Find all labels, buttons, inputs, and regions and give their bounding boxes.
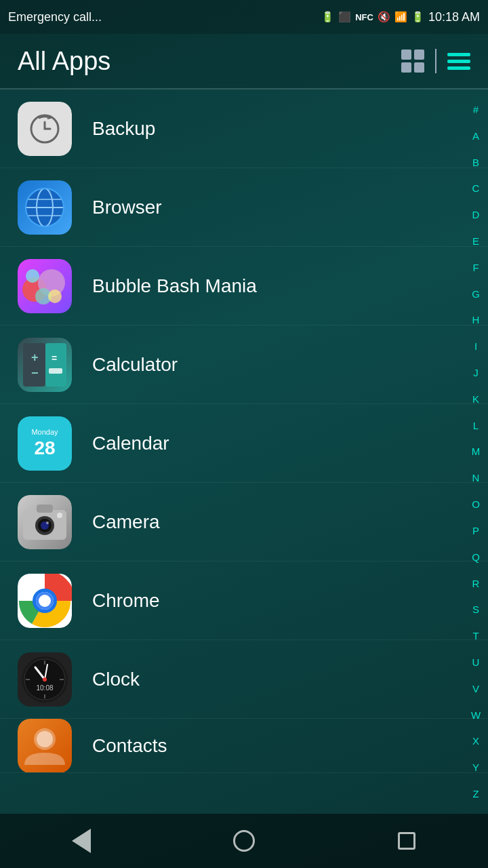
svg-point-29 (39, 595, 51, 607)
app-name-chrome: Chrome (92, 590, 160, 612)
emergency-call-text: Emergency call... (8, 10, 102, 24)
svg-point-38 (43, 677, 47, 682)
recents-button[interactable] (386, 821, 427, 861)
list-view-button[interactable] (447, 53, 470, 70)
list-item[interactable]: Monday 28 Calendar (0, 404, 488, 483)
alpha-z[interactable]: Z (472, 789, 479, 799)
page-title: All Apps (18, 47, 110, 76)
alpha-w[interactable]: W (471, 710, 481, 720)
list-item[interactable]: 10:08 Clock (0, 640, 488, 719)
clock-display: 10:18 AM (428, 10, 480, 24)
screenshot-icon: ⬛ (338, 11, 351, 23)
alpha-u[interactable]: U (472, 657, 480, 667)
list-item[interactable]: Backup (0, 90, 488, 168)
alpha-c[interactable]: C (472, 183, 480, 193)
alpha-k[interactable]: K (472, 394, 479, 404)
alpha-m[interactable]: M (472, 446, 481, 456)
app-name-calendar: Calendar (92, 433, 169, 454)
alpha-d[interactable]: D (472, 210, 480, 220)
alpha-h[interactable]: H (472, 315, 480, 325)
svg-text:10:08: 10:08 (36, 684, 53, 692)
content-area: Backup Browser (0, 90, 488, 814)
app-name-browser: Browser (92, 197, 162, 218)
alpha-x[interactable]: X (472, 736, 479, 746)
alpha-a[interactable]: A (472, 131, 479, 141)
app-icon-calculator: + − = (18, 338, 72, 392)
alpha-j[interactable]: J (473, 368, 479, 378)
list-item[interactable]: Contacts (0, 719, 488, 773)
alpha-i[interactable]: I (474, 341, 477, 351)
status-icons: 🔋 ⬛ NFC 🔇 📶 🔋 10:18 AM (321, 10, 480, 24)
app-name-backup: Backup (92, 118, 155, 140)
svg-point-23 (46, 521, 49, 524)
home-button[interactable] (224, 821, 264, 861)
app-name-contacts: Contacts (92, 735, 167, 757)
list-item[interactable]: + − = Calculator (0, 326, 488, 404)
alpha-hash[interactable]: # (473, 104, 479, 115)
svg-point-24 (57, 513, 62, 518)
app-icon-clock: 10:08 (18, 652, 72, 707)
app-name-calculator: Calculator (92, 354, 178, 376)
app-icon-calendar: Monday 28 (18, 416, 72, 471)
app-icon-contacts (18, 719, 72, 773)
svg-point-11 (26, 269, 39, 283)
alpha-o[interactable]: O (472, 499, 480, 509)
wifi-icon: 📶 (394, 11, 407, 23)
svg-rect-12 (23, 343, 45, 387)
app-name-bubble: Bubble Bash Mania (92, 275, 257, 297)
svg-point-41 (37, 731, 53, 747)
svg-text:+: + (31, 351, 39, 364)
bottom-navigation (0, 814, 488, 868)
alpha-p[interactable]: P (472, 526, 479, 536)
alpha-n[interactable]: N (472, 473, 480, 483)
view-toggle-group (401, 49, 470, 73)
alpha-y[interactable]: Y (472, 762, 479, 772)
svg-text:−: − (31, 366, 39, 380)
svg-rect-19 (37, 505, 53, 513)
list-item[interactable]: Camera (0, 483, 488, 561)
alpha-t[interactable]: T (472, 631, 479, 641)
alpha-e[interactable]: E (472, 236, 479, 246)
back-button[interactable] (61, 821, 102, 861)
app-icon-browser (18, 180, 72, 235)
app-icon-backup (18, 102, 72, 156)
battery-saver-icon: 🔋 (411, 11, 424, 23)
app-icon-chrome (18, 574, 72, 628)
app-list: Backup Browser (0, 90, 488, 773)
app-icon-bubble (18, 259, 72, 313)
list-item[interactable]: Bubble Bash Mania (0, 247, 488, 326)
nfc-icon: NFC (355, 12, 373, 22)
svg-point-10 (48, 290, 62, 303)
alpha-f[interactable]: F (472, 262, 479, 273)
alpha-q[interactable]: Q (472, 552, 480, 562)
alpha-r[interactable]: R (472, 578, 480, 589)
svg-rect-13 (45, 343, 66, 387)
view-toggle-divider (435, 49, 436, 73)
app-name-clock: Clock (92, 669, 140, 690)
alpha-v[interactable]: V (472, 684, 479, 694)
alpha-l[interactable]: L (473, 420, 479, 431)
alpha-g[interactable]: G (472, 289, 480, 299)
alphabet-index: # A B C D E F G H I J K L M N O P Q R S … (464, 90, 488, 814)
svg-text:=: = (52, 353, 57, 363)
list-item[interactable]: Chrome (0, 561, 488, 640)
mute-icon: 🔇 (378, 11, 390, 23)
status-bar: Emergency call... 🔋 ⬛ NFC 🔇 📶 🔋 10:18 AM (0, 0, 488, 34)
svg-rect-17 (49, 368, 62, 374)
app-icon-camera (18, 495, 72, 549)
app-list-header: All Apps (0, 34, 488, 88)
alpha-b[interactable]: B (472, 157, 479, 167)
app-name-camera: Camera (92, 511, 160, 533)
alpha-s[interactable]: S (472, 604, 479, 614)
list-item[interactable]: Browser (0, 168, 488, 247)
grid-view-button[interactable] (401, 50, 424, 73)
sim-icon: 🔋 (321, 11, 334, 23)
